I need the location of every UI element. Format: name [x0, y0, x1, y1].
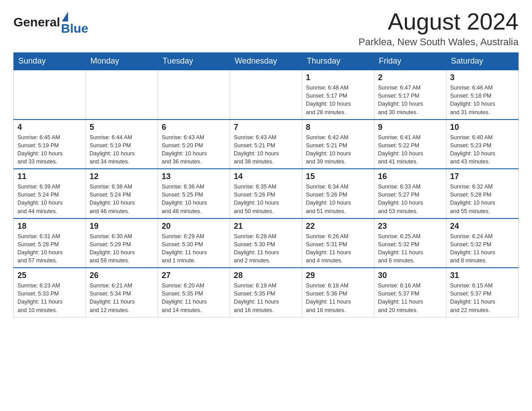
day-info: Sunrise: 6:15 AM Sunset: 5:37 PM Dayligh…: [450, 282, 515, 314]
day-number: 13: [162, 172, 226, 181]
weekday-header-saturday: Saturday: [446, 53, 519, 70]
day-info: Sunrise: 6:33 AM Sunset: 5:27 PM Dayligh…: [378, 183, 442, 215]
page-header: General Blue August 2024 Parklea, New So…: [13, 9, 519, 48]
calendar-week-row: 25Sunrise: 6:23 AM Sunset: 5:33 PM Dayli…: [14, 268, 519, 317]
day-info: Sunrise: 6:40 AM Sunset: 5:23 PM Dayligh…: [450, 133, 515, 166]
calendar-cell: 2Sunrise: 6:47 AM Sunset: 5:17 PM Daylig…: [374, 70, 446, 120]
day-info: Sunrise: 6:36 AM Sunset: 5:25 PM Dayligh…: [162, 183, 226, 215]
day-number: 5: [90, 123, 154, 132]
calendar-cell: 20Sunrise: 6:29 AM Sunset: 5:30 PM Dayli…: [158, 218, 230, 268]
calendar-cell: 26Sunrise: 6:21 AM Sunset: 5:34 PM Dayli…: [86, 268, 158, 317]
day-info: Sunrise: 6:48 AM Sunset: 5:17 PM Dayligh…: [306, 84, 370, 116]
weekday-header-monday: Monday: [86, 53, 158, 70]
day-number: 18: [17, 222, 82, 231]
calendar-cell: 17Sunrise: 6:32 AM Sunset: 5:28 PM Dayli…: [446, 169, 519, 218]
calendar-cell: 13Sunrise: 6:36 AM Sunset: 5:25 PM Dayli…: [158, 169, 230, 218]
calendar-cell: 24Sunrise: 6:24 AM Sunset: 5:32 PM Dayli…: [446, 218, 519, 268]
calendar-cell: 11Sunrise: 6:39 AM Sunset: 5:24 PM Dayli…: [14, 169, 86, 218]
calendar-cell: 31Sunrise: 6:15 AM Sunset: 5:37 PM Dayli…: [446, 268, 519, 317]
weekday-header-row: SundayMondayTuesdayWednesdayThursdayFrid…: [14, 53, 519, 70]
calendar-week-row: 11Sunrise: 6:39 AM Sunset: 5:24 PM Dayli…: [14, 169, 519, 218]
calendar-week-row: 18Sunrise: 6:31 AM Sunset: 5:28 PM Dayli…: [14, 218, 519, 268]
calendar-table: SundayMondayTuesdayWednesdayThursdayFrid…: [13, 52, 519, 317]
weekday-header-sunday: Sunday: [14, 53, 86, 70]
day-info: Sunrise: 6:32 AM Sunset: 5:28 PM Dayligh…: [450, 183, 515, 215]
day-info: Sunrise: 6:43 AM Sunset: 5:21 PM Dayligh…: [234, 133, 298, 166]
day-info: Sunrise: 6:21 AM Sunset: 5:34 PM Dayligh…: [90, 282, 154, 314]
day-number: 17: [450, 172, 515, 181]
calendar-cell: 1Sunrise: 6:48 AM Sunset: 5:17 PM Daylig…: [302, 70, 374, 120]
calendar-cell: 9Sunrise: 6:41 AM Sunset: 5:22 PM Daylig…: [374, 120, 446, 169]
day-info: Sunrise: 6:26 AM Sunset: 5:31 PM Dayligh…: [306, 232, 370, 265]
day-number: 28: [234, 271, 298, 280]
weekday-header-tuesday: Tuesday: [158, 53, 230, 70]
title-area: August 2024 Parklea, New South Wales, Au…: [359, 9, 519, 48]
day-number: 14: [234, 172, 298, 181]
calendar-cell: 3Sunrise: 6:46 AM Sunset: 5:18 PM Daylig…: [446, 70, 519, 120]
calendar-cell: [14, 70, 86, 120]
calendar-week-row: 1Sunrise: 6:48 AM Sunset: 5:17 PM Daylig…: [14, 70, 519, 120]
calendar-cell: 21Sunrise: 6:28 AM Sunset: 5:30 PM Dayli…: [230, 218, 302, 268]
day-number: 29: [306, 271, 370, 280]
day-info: Sunrise: 6:20 AM Sunset: 5:35 PM Dayligh…: [162, 282, 226, 314]
day-info: Sunrise: 6:42 AM Sunset: 5:21 PM Dayligh…: [306, 133, 370, 166]
calendar-cell: 18Sunrise: 6:31 AM Sunset: 5:28 PM Dayli…: [14, 218, 86, 268]
day-number: 31: [450, 271, 515, 280]
calendar-cell: 8Sunrise: 6:42 AM Sunset: 5:21 PM Daylig…: [302, 120, 374, 169]
calendar-cell: 27Sunrise: 6:20 AM Sunset: 5:35 PM Dayli…: [158, 268, 230, 317]
day-number: 1: [306, 73, 370, 82]
day-number: 7: [234, 123, 298, 132]
day-info: Sunrise: 6:39 AM Sunset: 5:24 PM Dayligh…: [17, 183, 82, 215]
day-info: Sunrise: 6:24 AM Sunset: 5:32 PM Dayligh…: [450, 232, 515, 265]
day-number: 2: [378, 73, 442, 82]
day-info: Sunrise: 6:46 AM Sunset: 5:18 PM Dayligh…: [450, 84, 515, 116]
weekday-header-wednesday: Wednesday: [230, 53, 302, 70]
day-number: 10: [450, 123, 515, 132]
day-number: 16: [378, 172, 442, 181]
day-number: 19: [90, 222, 154, 231]
calendar-cell: 23Sunrise: 6:25 AM Sunset: 5:32 PM Dayli…: [374, 218, 446, 268]
day-info: Sunrise: 6:16 AM Sunset: 5:37 PM Dayligh…: [378, 282, 442, 314]
calendar-cell: 15Sunrise: 6:34 AM Sunset: 5:26 PM Dayli…: [302, 169, 374, 218]
calendar-cell: 25Sunrise: 6:23 AM Sunset: 5:33 PM Dayli…: [14, 268, 86, 317]
day-number: 30: [378, 271, 442, 280]
logo-blue: Blue: [61, 21, 88, 36]
day-info: Sunrise: 6:29 AM Sunset: 5:30 PM Dayligh…: [162, 232, 226, 265]
day-number: 11: [17, 172, 82, 181]
day-number: 27: [162, 271, 226, 280]
day-number: 6: [162, 123, 226, 132]
calendar-cell: [230, 70, 302, 120]
day-info: Sunrise: 6:45 AM Sunset: 5:19 PM Dayligh…: [17, 133, 82, 166]
calendar-cell: 28Sunrise: 6:19 AM Sunset: 5:35 PM Dayli…: [230, 268, 302, 317]
month-title: August 2024: [359, 9, 519, 34]
location-title: Parklea, New South Wales, Australia: [359, 36, 519, 48]
day-number: 24: [450, 222, 515, 231]
calendar-cell: 19Sunrise: 6:30 AM Sunset: 5:29 PM Dayli…: [86, 218, 158, 268]
calendar-cell: 10Sunrise: 6:40 AM Sunset: 5:23 PM Dayli…: [446, 120, 519, 169]
calendar-week-row: 4Sunrise: 6:45 AM Sunset: 5:19 PM Daylig…: [14, 120, 519, 169]
day-info: Sunrise: 6:34 AM Sunset: 5:26 PM Dayligh…: [306, 183, 370, 215]
day-number: 20: [162, 222, 226, 231]
day-info: Sunrise: 6:43 AM Sunset: 5:20 PM Dayligh…: [162, 133, 226, 166]
day-info: Sunrise: 6:19 AM Sunset: 5:35 PM Dayligh…: [234, 282, 298, 314]
day-info: Sunrise: 6:47 AM Sunset: 5:17 PM Dayligh…: [378, 84, 442, 116]
day-info: Sunrise: 6:31 AM Sunset: 5:28 PM Dayligh…: [17, 232, 82, 265]
logo: General Blue: [13, 9, 88, 36]
day-number: 8: [306, 123, 370, 132]
day-number: 15: [306, 172, 370, 181]
weekday-header-thursday: Thursday: [302, 53, 374, 70]
weekday-header-friday: Friday: [374, 53, 446, 70]
day-info: Sunrise: 6:35 AM Sunset: 5:26 PM Dayligh…: [234, 183, 298, 215]
calendar-cell: 14Sunrise: 6:35 AM Sunset: 5:26 PM Dayli…: [230, 169, 302, 218]
day-number: 23: [378, 222, 442, 231]
day-number: 21: [234, 222, 298, 231]
calendar-cell: 22Sunrise: 6:26 AM Sunset: 5:31 PM Dayli…: [302, 218, 374, 268]
logo-triangle-icon: [62, 12, 68, 21]
day-number: 3: [450, 73, 515, 82]
calendar-cell: [158, 70, 230, 120]
day-info: Sunrise: 6:25 AM Sunset: 5:32 PM Dayligh…: [378, 232, 442, 265]
calendar-cell: 7Sunrise: 6:43 AM Sunset: 5:21 PM Daylig…: [230, 120, 302, 169]
day-info: Sunrise: 6:23 AM Sunset: 5:33 PM Dayligh…: [17, 282, 82, 314]
calendar-cell: 4Sunrise: 6:45 AM Sunset: 5:19 PM Daylig…: [14, 120, 86, 169]
day-number: 26: [90, 271, 154, 280]
